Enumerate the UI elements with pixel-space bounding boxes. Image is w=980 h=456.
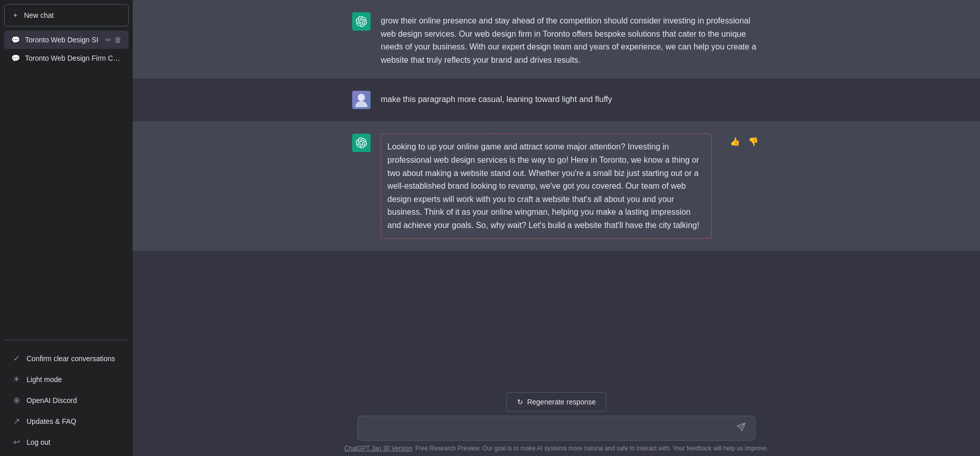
conversation-item-0[interactable]: 💬 Toronto Web Design SI ✏ 🗑 [4,31,129,49]
conversation-list: 💬 Toronto Web Design SI ✏ 🗑 💬 Toronto We… [4,31,129,336]
message-row-0: grow their online presence and stay ahea… [352,12,761,66]
new-chat-button[interactable]: ＋ New chat [4,4,129,27]
conversation-label-0: Toronto Web Design SI [25,36,100,44]
regenerate-icon: ↻ [517,398,523,406]
regenerate-label: Regenerate response [527,398,596,406]
message-block-0: grow their online presence and stay ahea… [133,0,980,79]
footer: ChatGPT Jan 30 Version. Free Research Pr… [345,445,769,452]
light-mode-action[interactable]: ☀ Light mode [4,369,129,389]
chat-input[interactable] [365,424,734,433]
logout-icon: ↩ [11,437,21,447]
sun-icon: ☀ [11,374,21,384]
chat-icon: 💬 [11,36,20,44]
user-avatar-1 [352,91,371,109]
logout-label: Log out [27,438,51,446]
checkmark-icon: ✓ [11,353,21,363]
confirm-clear-label: Confirm clear conversations [27,354,115,363]
ai-avatar-2 [352,134,371,152]
message-text-1: make this paragraph more casual, leaning… [381,95,612,104]
thumbs-down-button[interactable]: 👎 [746,136,761,147]
message-content-2: Looking to up your online game and attra… [381,134,712,238]
edit-icon-0[interactable]: ✏ [105,36,111,44]
discord-icon: ⊕ [11,395,21,405]
footer-link[interactable]: ChatGPT Jan 30 Version [345,445,412,452]
regenerate-button[interactable]: ↻ Regenerate response [506,392,607,412]
message-block-1: make this paragraph more casual, leaning… [133,79,980,121]
openai-logo-icon [356,16,367,27]
send-button[interactable] [734,421,748,435]
sidebar-bottom: ✓ Confirm clear conversations ☀ Light mo… [4,344,129,452]
confirm-clear-action[interactable]: ✓ Confirm clear conversations [4,348,129,368]
ai-avatar-0 [352,12,371,31]
external-link-icon: ↗ [11,416,21,426]
updates-faq-action[interactable]: ↗ Updates & FAQ [4,411,129,431]
message-text-0: grow their online presence and stay ahea… [381,16,756,64]
openai-logo-icon-2 [356,137,367,148]
discord-action[interactable]: ⊕ OpenAI Discord [4,390,129,410]
thumbs-up-button[interactable]: 👍 [728,136,742,147]
message-content-0: grow their online presence and stay ahea… [381,12,761,66]
chat-messages[interactable]: grow their online presence and stay ahea… [133,0,980,384]
delete-icon-0[interactable]: 🗑 [114,36,121,44]
user-photo [352,91,371,109]
footer-description: . Free Research Preview. Our goal is to … [412,445,768,452]
send-icon [737,422,746,432]
message-text-2: Looking to up your online game and attra… [387,142,699,230]
chat-input-area: ↻ Regenerate response ChatGPT Jan 30 Ver… [133,384,980,456]
sidebar: ＋ New chat 💬 Toronto Web Design SI ✏ 🗑 💬… [0,0,133,456]
chat-input-row [357,416,755,441]
chat-icon-1: 💬 [11,54,20,62]
message-actions-2: 👍 👎 [728,134,761,238]
sidebar-divider [4,340,129,340]
conversation-item-1[interactable]: 💬 Toronto Web Design Firm CTA [4,49,129,67]
conversation-label-1: Toronto Web Design Firm CTA [25,54,121,62]
message-block-2: Looking to up your online game and attra… [133,121,980,250]
message-row-1: make this paragraph more casual, leaning… [352,91,761,109]
plus-icon: ＋ [12,11,19,20]
discord-label: OpenAI Discord [27,396,77,404]
logout-action[interactable]: ↩ Log out [4,432,129,452]
conversation-actions-0: ✏ 🗑 [105,36,121,44]
message-content-1: make this paragraph more casual, leaning… [381,91,761,109]
main-content: grow their online presence and stay ahea… [133,0,980,456]
new-chat-label: New chat [24,11,54,19]
message-row-2: Looking to up your online game and attra… [352,134,761,238]
light-mode-label: Light mode [27,375,62,384]
updates-faq-label: Updates & FAQ [27,417,76,425]
